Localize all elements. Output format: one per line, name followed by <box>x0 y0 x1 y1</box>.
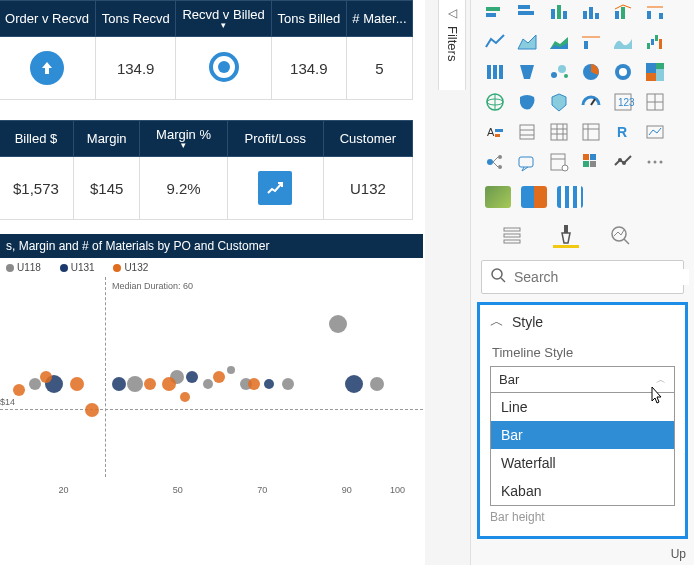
data-point[interactable] <box>203 379 213 389</box>
data-point[interactable] <box>227 366 235 374</box>
ribbon-icon[interactable] <box>611 30 635 54</box>
data-point[interactable] <box>127 376 143 392</box>
col-header[interactable]: Tons Recvd <box>95 1 175 37</box>
treemap-icon[interactable] <box>643 60 667 84</box>
dropdown-option-line[interactable]: Line <box>491 393 674 421</box>
col-header[interactable]: Recvd v Billed▾ <box>176 1 271 37</box>
filters-pane-collapsed[interactable]: ◁ Filters <box>438 0 466 90</box>
custom-viz-2[interactable] <box>521 186 547 208</box>
scroll-up-link[interactable]: Up <box>671 547 686 561</box>
data-point[interactable] <box>370 377 384 391</box>
col-header[interactable]: Margin %▾ <box>140 121 227 157</box>
decomp-icon[interactable] <box>611 150 635 174</box>
data-point[interactable] <box>144 378 156 390</box>
col-header[interactable]: Billed $ <box>0 121 73 157</box>
data-point[interactable] <box>186 371 198 383</box>
select-value: Bar <box>499 372 519 387</box>
paginated-icon[interactable] <box>547 150 571 174</box>
table-icon[interactable] <box>547 120 571 144</box>
sparkline-icon[interactable] <box>579 150 603 174</box>
funnel-icon[interactable] <box>515 60 539 84</box>
globe-icon[interactable] <box>483 90 507 114</box>
col-header[interactable]: Customer <box>323 121 412 157</box>
multi-card-icon[interactable] <box>643 90 667 114</box>
data-point[interactable] <box>29 378 41 390</box>
stacked-bar-icon[interactable] <box>483 0 507 24</box>
kpi-icon[interactable]: A <box>483 120 507 144</box>
dropdown-option-waterfall[interactable]: Waterfall <box>491 449 674 477</box>
tab-analytics[interactable] <box>607 222 633 248</box>
waterfall-icon[interactable] <box>643 30 667 54</box>
timeline-style-select[interactable]: Bar ︿ <box>490 366 675 393</box>
stacked-col-icon[interactable] <box>547 0 571 24</box>
cell-tons-billed: 134.9 <box>271 37 346 100</box>
combo1-icon[interactable] <box>611 0 635 24</box>
col-small-icon[interactable] <box>483 60 507 84</box>
visualizations-pane: 123AR ︿ Style Timeline Style Bar <box>470 0 694 565</box>
cell-margin: $145 <box>73 157 140 220</box>
data-point[interactable] <box>329 315 347 333</box>
matrix-icon[interactable] <box>579 120 603 144</box>
clustered-col-icon[interactable] <box>579 0 603 24</box>
r-icon[interactable]: R <box>611 120 635 144</box>
line-col-icon[interactable] <box>579 30 603 54</box>
col-header[interactable]: Tons Billed <box>271 1 346 37</box>
timeline-style-dropdown: LineBarWaterfallKaban <box>490 393 675 506</box>
col-header[interactable]: Margin <box>73 121 140 157</box>
gauge-icon[interactable] <box>579 90 603 114</box>
data-point[interactable] <box>213 371 225 383</box>
more-icon[interactable] <box>643 150 667 174</box>
data-point[interactable] <box>282 378 294 390</box>
filters-label: Filters <box>445 26 460 61</box>
data-point[interactable] <box>264 379 274 389</box>
timeline-style-label: Timeline Style <box>492 345 673 360</box>
format-search[interactable] <box>481 260 684 294</box>
search-input[interactable] <box>514 269 689 285</box>
col-header[interactable]: # Mater... <box>346 1 412 37</box>
tab-format[interactable] <box>553 222 579 248</box>
chevron-up-icon: ︿ <box>490 313 504 331</box>
shape-map-icon[interactable] <box>547 90 571 114</box>
svg-rect-42 <box>495 129 503 132</box>
expand-icon[interactable]: ◁ <box>439 0 465 20</box>
custom-viz-1[interactable] <box>485 186 511 208</box>
data-point[interactable] <box>70 377 84 391</box>
dropdown-option-kaban[interactable]: Kaban <box>491 477 674 505</box>
donut-icon[interactable] <box>611 60 635 84</box>
svg-line-35 <box>591 99 595 105</box>
data-point[interactable] <box>162 377 176 391</box>
data-point[interactable] <box>248 378 260 390</box>
pie-icon[interactable] <box>579 60 603 84</box>
col-header[interactable]: Order v Recvd <box>0 1 95 37</box>
svg-point-74 <box>660 161 663 164</box>
data-point[interactable] <box>85 403 99 417</box>
scatter-icon[interactable] <box>547 60 571 84</box>
svg-point-23 <box>558 65 566 73</box>
dropdown-option-bar[interactable]: Bar <box>491 421 674 449</box>
svg-rect-28 <box>646 63 656 73</box>
svg-rect-21 <box>499 65 503 79</box>
tab-fields[interactable] <box>499 222 525 248</box>
slicer-icon[interactable] <box>515 120 539 144</box>
key-infl-icon[interactable] <box>483 150 507 174</box>
scatter-chart[interactable]: s, Margin and # of Materials by PO and C… <box>0 234 423 497</box>
data-point[interactable] <box>180 392 190 402</box>
data-point[interactable] <box>345 375 363 393</box>
card-icon[interactable]: 123 <box>611 90 635 114</box>
svg-rect-6 <box>563 11 567 19</box>
clustered-bar-icon[interactable] <box>515 0 539 24</box>
custom-viz-3[interactable] <box>557 186 583 208</box>
bar-height-label: Bar height <box>490 510 675 524</box>
svg-rect-1 <box>486 13 496 17</box>
stacked-area-icon[interactable] <box>547 30 571 54</box>
combo2-icon[interactable] <box>643 0 667 24</box>
area-icon[interactable] <box>515 30 539 54</box>
style-section-header[interactable]: ︿ Style <box>490 313 675 341</box>
line-icon[interactable] <box>483 30 507 54</box>
filled-map-icon[interactable] <box>515 90 539 114</box>
qna-icon[interactable] <box>515 150 539 174</box>
col-header[interactable]: Profit/Loss <box>227 121 323 157</box>
pyviz-icon[interactable] <box>643 120 667 144</box>
data-point[interactable] <box>13 384 25 396</box>
data-point[interactable] <box>112 377 126 391</box>
